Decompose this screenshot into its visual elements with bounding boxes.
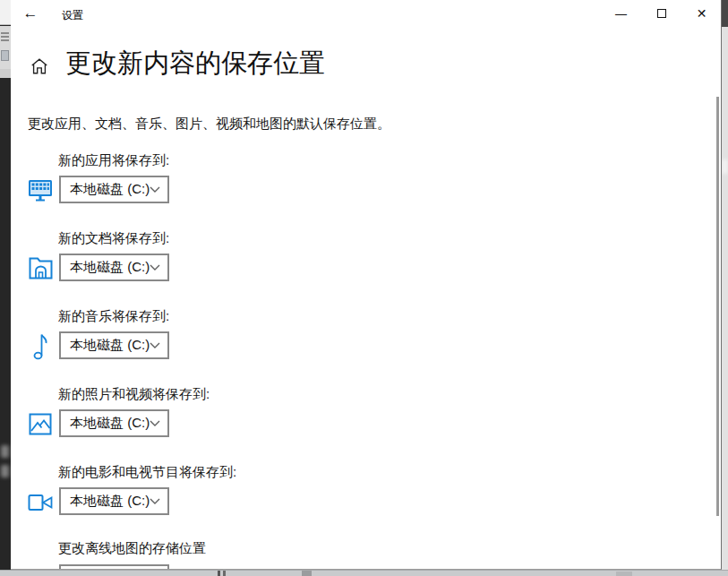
background-text-fragment — [1, 445, 9, 458]
background-fragment — [1, 32, 9, 41]
home-icon — [30, 56, 49, 80]
chevron-down-icon — [150, 498, 160, 504]
music-location-dropdown[interactable]: 本地磁盘 (C:) — [59, 331, 169, 359]
photos-icon — [27, 410, 54, 437]
page-title: 更改新内容的保存位置 — [65, 43, 325, 82]
maps-location-dropdown[interactable] — [59, 564, 169, 570]
movies-tv-icon — [27, 489, 54, 516]
background-bottom-strip — [0, 570, 728, 576]
chevron-down-icon — [150, 186, 160, 193]
dropdown-value: 本地磁盘 (C:) — [61, 415, 150, 432]
minimize-button[interactable]: — — [601, 0, 641, 27]
photos-location-dropdown[interactable]: 本地磁盘 (C:) — [59, 409, 169, 437]
music-note-icon — [27, 332, 54, 359]
dropdown-value: 本地磁盘 (C:) — [61, 337, 150, 354]
dropdown-value: 本地磁盘 (C:) — [61, 181, 150, 198]
window-title: 设置 — [62, 8, 83, 23]
settings-window: ← 设置 — ✕ 更改新内容的保存位置 更改应用、文档、音乐、图片、视频和地图的… — [11, 0, 722, 570]
maximize-icon — [657, 9, 666, 18]
chevron-down-icon — [150, 264, 160, 271]
vertical-scrollbar[interactable] — [716, 97, 719, 516]
screen: ← 设置 — ✕ 更改新内容的保存位置 更改应用、文档、音乐、图片、视频和地图的… — [0, 0, 728, 576]
documents-folder-icon — [27, 254, 54, 281]
titlebar: ← 设置 — ✕ — [11, 0, 721, 29]
photos-save-label: 新的照片和视频将保存到: — [58, 386, 210, 403]
background-fragment — [1, 50, 9, 61]
documents-location-dropdown[interactable]: 本地磁盘 (C:) — [59, 254, 169, 281]
back-button[interactable]: ← — [11, 0, 50, 27]
background-right-strip — [722, 0, 728, 576]
music-save-label: 新的音乐将保存到: — [58, 308, 169, 325]
apps-location-dropdown[interactable]: 本地磁盘 (C:) — [59, 176, 169, 203]
chevron-down-icon — [150, 342, 160, 348]
background-left-strip — [0, 0, 11, 576]
background-text-fragment — [1, 465, 9, 477]
apps-save-label: 新的应用将保存到: — [58, 152, 169, 169]
chevron-down-icon — [150, 420, 160, 426]
movies-location-dropdown[interactable]: 本地磁盘 (C:) — [59, 487, 169, 515]
maximize-button[interactable] — [641, 0, 681, 27]
page-description: 更改应用、文档、音乐、图片、视频和地图的默认保存位置。 — [28, 116, 390, 133]
movies-save-label: 新的电影和电视节目将保存到: — [58, 464, 236, 481]
dropdown-value: 本地磁盘 (C:) — [61, 493, 150, 510]
documents-save-label: 新的文档将保存到: — [58, 230, 169, 247]
offline-maps-label: 更改离线地图的存储位置 — [58, 540, 206, 557]
apps-monitor-icon — [27, 176, 54, 203]
dropdown-value: 本地磁盘 (C:) — [61, 259, 150, 276]
close-button[interactable]: ✕ — [681, 0, 722, 27]
